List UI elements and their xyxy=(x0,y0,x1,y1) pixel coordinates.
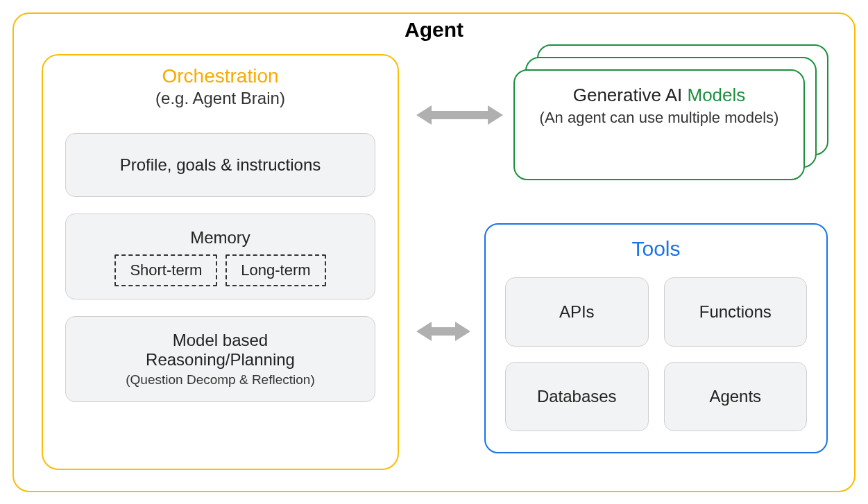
reasoning-line1: Model based xyxy=(74,331,366,350)
tools-box: Tools APIs Functions Databases Agents xyxy=(484,223,828,453)
agent-container: Agent Orchestration (e.g. Agent Brain) P… xyxy=(12,12,856,492)
agent-title: Agent xyxy=(405,18,463,42)
bidirectional-arrow-icon xyxy=(416,103,503,128)
svg-marker-1 xyxy=(416,322,470,341)
orchestration-subtitle: (e.g. Agent Brain) xyxy=(43,89,398,108)
memory-box: Memory Short-term Long-term xyxy=(65,214,375,299)
reasoning-line2: Reasoning/Planning xyxy=(74,350,366,370)
svg-marker-0 xyxy=(416,105,503,125)
profile-box: Profile, goals & instructions xyxy=(65,133,375,197)
memory-long-term: Long-term xyxy=(225,254,325,286)
tool-agents: Agents xyxy=(664,362,808,431)
memory-title: Memory xyxy=(74,228,366,247)
tool-databases: Databases xyxy=(505,362,649,431)
models-title: Generative AI Models xyxy=(531,85,787,106)
models-subtitle: (An agent can use multiple models) xyxy=(531,109,787,127)
models-title-prefix: Generative AI xyxy=(573,85,688,105)
models-title-highlight: Models xyxy=(687,85,745,105)
orchestration-box: Orchestration (e.g. Agent Brain) Profile… xyxy=(42,54,399,470)
reasoning-box: Model based Reasoning/Planning (Question… xyxy=(65,316,375,402)
tools-title: Tools xyxy=(486,237,826,261)
orchestration-title: Orchestration xyxy=(43,65,398,87)
model-card-front: Generative AI Models (An agent can use m… xyxy=(513,69,805,180)
tool-functions: Functions xyxy=(664,277,808,347)
profile-label: Profile, goals & instructions xyxy=(120,155,321,175)
models-stack: Generative AI Models (An agent can use m… xyxy=(513,44,829,169)
tool-apis: APIs xyxy=(505,277,649,347)
reasoning-subtitle: (Question Decomp & Reflection) xyxy=(74,372,366,388)
memory-short-term: Short-term xyxy=(114,254,217,286)
bidirectional-arrow-icon xyxy=(416,319,470,344)
